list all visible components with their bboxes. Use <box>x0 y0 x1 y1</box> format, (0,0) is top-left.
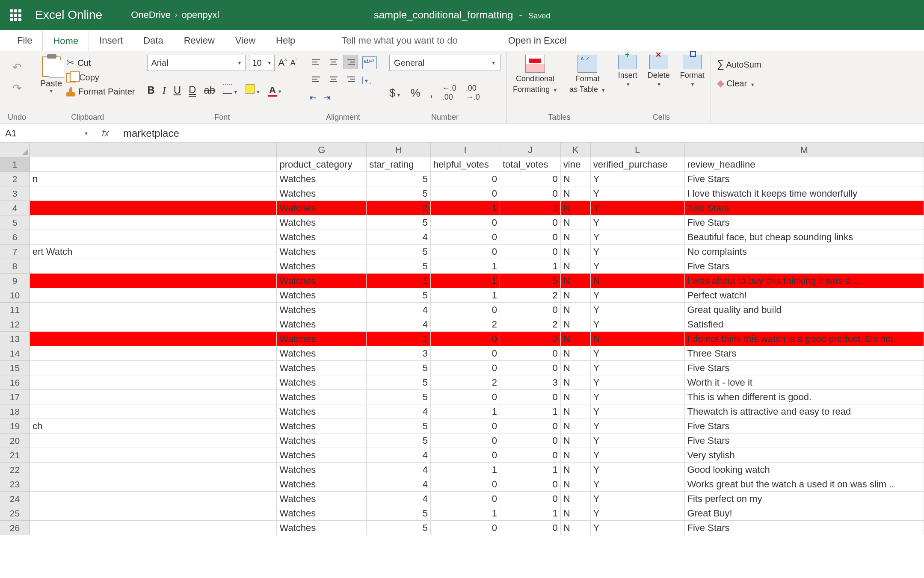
delete-cells-button[interactable]: Delete▼ <box>648 55 670 87</box>
align-bottom-center[interactable] <box>326 72 341 86</box>
cell[interactable]: N <box>561 186 591 201</box>
row-header-22[interactable]: 22 <box>0 463 30 477</box>
cell[interactable]: 1 <box>431 201 500 215</box>
cell[interactable]: I do not think this watch is a good prod… <box>685 332 924 346</box>
table-row[interactable]: Watches411NYThewatch is attractive and e… <box>30 404 924 419</box>
cell[interactable]: 1 <box>431 274 500 288</box>
cell[interactable]: Y <box>591 390 685 404</box>
cell[interactable]: 5 <box>367 245 431 259</box>
row-header-12[interactable]: 12 <box>0 317 30 332</box>
table-row[interactable]: Watches400NYVery stylish <box>30 448 924 463</box>
table-row[interactable]: Watches211NYTwo Stars <box>30 201 924 215</box>
cell[interactable] <box>30 477 277 491</box>
cell[interactable]: 0 <box>500 448 561 462</box>
cell[interactable] <box>30 492 277 506</box>
cell[interactable]: Watches <box>277 506 367 520</box>
cell[interactable]: 3 <box>500 375 561 389</box>
cell[interactable]: 5 <box>367 434 431 448</box>
row-header-20[interactable]: 20 <box>0 434 30 448</box>
row-header-19[interactable]: 19 <box>0 419 30 434</box>
cell[interactable]: N <box>561 259 591 273</box>
cell[interactable]: Y <box>591 506 685 520</box>
tab-file[interactable]: File <box>7 30 42 51</box>
cell[interactable] <box>30 332 277 346</box>
cell[interactable]: N <box>561 419 591 433</box>
cell[interactable]: Beautiful face, but cheap sounding links <box>685 230 924 244</box>
cell[interactable]: 1 <box>431 288 500 302</box>
tab-home[interactable]: Home <box>42 30 89 51</box>
cell[interactable]: 5 <box>367 288 431 302</box>
cell[interactable] <box>30 390 277 404</box>
cell[interactable]: Watches <box>277 245 367 259</box>
cell[interactable]: Watches <box>277 274 367 288</box>
paste-button[interactable]: Paste ▼ <box>40 55 62 94</box>
cell[interactable]: star_rating <box>367 157 431 171</box>
row-header-16[interactable]: 16 <box>0 375 30 390</box>
cell[interactable]: Y <box>591 477 685 491</box>
wrap-text-button[interactable]: ab↵ <box>362 56 377 69</box>
table-row[interactable]: Watches411NYGood looking watch <box>30 463 924 477</box>
cell[interactable]: Worth it - love it <box>685 375 924 389</box>
cell[interactable]: 5 <box>367 375 431 389</box>
cell[interactable]: n <box>30 172 277 186</box>
grow-font-icon[interactable]: A^ <box>278 57 287 68</box>
table-row[interactable]: Watches500NYThis is when different is go… <box>30 390 924 404</box>
cell[interactable] <box>30 448 277 462</box>
formula-input[interactable]: marketplace <box>117 124 924 142</box>
cell[interactable]: Five Stars <box>685 172 924 186</box>
cell[interactable]: 1 <box>431 463 500 477</box>
cell[interactable]: This is when different is good. <box>685 390 924 404</box>
shrink-font-icon[interactable]: Aˇ <box>290 59 297 68</box>
underline-button[interactable]: U <box>174 84 181 96</box>
select-all-corner[interactable] <box>0 143 30 157</box>
cell[interactable]: Watches <box>277 477 367 491</box>
tab-help[interactable]: Help <box>266 30 305 51</box>
cell[interactable]: N <box>561 230 591 244</box>
copy-button[interactable]: Copy <box>66 73 135 83</box>
cell[interactable]: Satisfied <box>685 317 924 331</box>
align-bottom-right[interactable] <box>344 72 358 86</box>
cell[interactable]: N <box>561 434 591 448</box>
table-row[interactable]: Watches500NYFive Stars <box>30 215 924 230</box>
cell[interactable] <box>30 157 277 171</box>
fill-color-button[interactable]: ▼ <box>246 84 261 96</box>
cell[interactable]: 0 <box>431 477 500 491</box>
row-header-17[interactable]: 17 <box>0 390 30 404</box>
row-header-6[interactable]: 6 <box>0 230 30 245</box>
row-header-7[interactable]: 7 <box>0 245 30 259</box>
currency-button[interactable]: $▼ <box>389 86 401 100</box>
cell[interactable]: 0 <box>431 361 500 375</box>
cell[interactable]: Y <box>591 361 685 375</box>
cell[interactable]: Y <box>591 230 685 244</box>
cell[interactable] <box>30 434 277 448</box>
column-header-I[interactable]: I <box>431 143 500 157</box>
cell[interactable]: 1 <box>500 404 561 419</box>
border-button[interactable]: ▼ <box>223 84 238 96</box>
table-row[interactable]: Watches500NYI love thiswatch it keeps ti… <box>30 186 924 201</box>
cell[interactable]: 1 <box>367 274 431 288</box>
cell[interactable] <box>30 463 277 477</box>
cell[interactable]: Watches <box>277 201 367 215</box>
cell[interactable]: 5 <box>500 274 561 288</box>
app-launcher-icon[interactable] <box>9 8 22 22</box>
cell[interactable] <box>30 201 277 215</box>
table-row[interactable]: Watches400NYFits perfect on my <box>30 492 924 506</box>
cell[interactable]: N <box>561 463 591 477</box>
cell[interactable] <box>30 288 277 302</box>
cell[interactable]: 4 <box>367 303 431 317</box>
cell[interactable]: 2 <box>500 288 561 302</box>
cell[interactable]: 5 <box>367 506 431 520</box>
open-in-excel[interactable]: Open in Excel <box>498 30 577 51</box>
cell[interactable]: Y <box>591 492 685 506</box>
font-color-button[interactable]: A▼ <box>268 84 282 97</box>
tab-insert[interactable]: Insert <box>89 30 133 51</box>
cell[interactable] <box>30 506 277 520</box>
cell[interactable]: 5 <box>367 419 431 433</box>
cell[interactable]: 1 <box>500 259 561 273</box>
decrease-indent-icon[interactable]: ⇤ <box>309 92 317 103</box>
cell[interactable]: No complaints <box>685 245 924 259</box>
cell[interactable]: Five Stars <box>685 419 924 433</box>
cell[interactable]: 0 <box>431 521 500 535</box>
cell[interactable]: 5 <box>367 215 431 230</box>
cell[interactable] <box>30 230 277 244</box>
